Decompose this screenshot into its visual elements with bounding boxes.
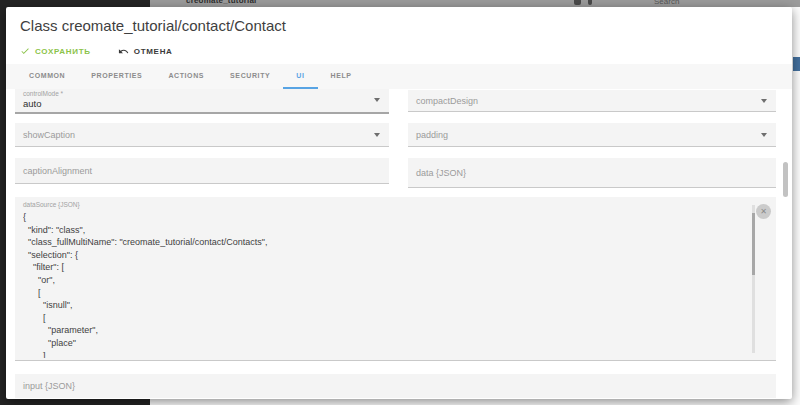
undo-icon: [118, 46, 129, 57]
padding-select[interactable]: padding: [408, 123, 776, 147]
show-caption-label: showCaption: [23, 130, 75, 140]
caption-alignment-label: captionAlignment: [23, 166, 92, 176]
background-topbar: creomate_tutorial Search: [150, 0, 800, 7]
chevron-down-icon: [761, 99, 767, 103]
page-title: Class creomate_tutorial/contact/Contact: [20, 17, 286, 34]
caption-alignment-field[interactable]: captionAlignment: [15, 158, 389, 184]
input-json-label: input {JSON}: [23, 381, 75, 391]
menu-dots-icon: [588, 0, 592, 5]
data-source-textarea[interactable]: dataSource {JSON} { "kind": "class", "cl…: [15, 197, 776, 361]
compact-design-label: compactDesign: [416, 96, 478, 106]
control-mode-value: auto: [23, 98, 42, 109]
tab-actions[interactable]: ACTIONS: [155, 64, 217, 89]
save-button-label: СОХРАНИТЬ: [35, 47, 91, 56]
screen: creomate_tutorial Search Class creomate_…: [0, 0, 800, 405]
control-mode-select[interactable]: controlMode * auto: [15, 87, 389, 114]
cancel-button[interactable]: ОТМЕНА: [118, 46, 173, 57]
chevron-down-icon: [374, 98, 380, 102]
data-json-field[interactable]: data {JSON}: [408, 158, 776, 188]
compact-design-select[interactable]: compactDesign: [408, 90, 776, 112]
dialog-scrollbar-thumb[interactable]: [783, 162, 788, 197]
show-caption-select[interactable]: showCaption: [15, 123, 389, 147]
background-search-label: Search: [654, 0, 679, 6]
textarea-scrollbar-thumb[interactable]: [752, 213, 755, 275]
tab-common[interactable]: COMMON: [16, 64, 78, 89]
tab-security[interactable]: SECURITY: [217, 64, 283, 89]
cancel-button-label: ОТМЕНА: [134, 47, 173, 56]
data-json-label: data {JSON}: [416, 168, 466, 178]
control-mode-label: controlMode *: [23, 90, 63, 97]
tab-properties[interactable]: PROPERTIES: [78, 64, 155, 89]
clear-field-icon[interactable]: ✕: [756, 204, 771, 219]
data-source-label: dataSource {JSON}: [23, 201, 80, 208]
notification-icon: [574, 0, 581, 5]
class-editor-dialog: Class creomate_tutorial/contact/Contact …: [6, 7, 792, 399]
tab-help[interactable]: HELP: [318, 64, 365, 89]
chevron-down-icon: [761, 133, 767, 137]
save-button[interactable]: СОХРАНИТЬ: [20, 46, 91, 56]
background-app-title: creomate_tutorial: [186, 0, 257, 5]
tab-bar: COMMON PROPERTIES ACTIONS SECURITY UI HE…: [6, 64, 792, 89]
input-json-field[interactable]: input {JSON}: [15, 374, 776, 398]
check-icon: [20, 46, 30, 56]
padding-label: padding: [416, 130, 448, 140]
background-blue-fragment: [793, 57, 800, 71]
data-source-json-content[interactable]: { "kind": "class", "class_fullMultiName"…: [23, 211, 746, 358]
action-row: СОХРАНИТЬ ОТМЕНА: [20, 44, 173, 58]
tab-ui[interactable]: UI: [283, 64, 317, 89]
chevron-down-icon: [374, 133, 380, 137]
